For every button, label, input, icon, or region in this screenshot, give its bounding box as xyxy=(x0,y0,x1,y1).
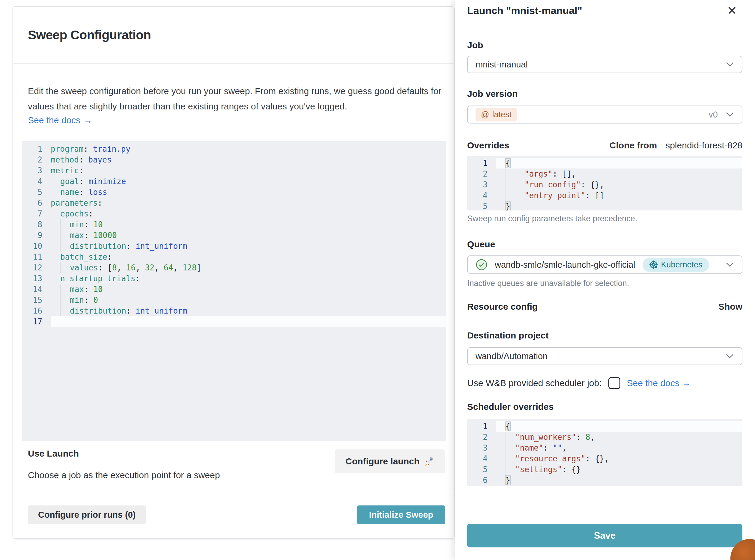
queue-note: Inactive queues are unavailable for sele… xyxy=(467,279,629,288)
page-title: Sweep Configuration xyxy=(28,28,151,42)
code-line[interactable]: 12values: [8, 16, 32, 64, 128] xyxy=(22,262,446,273)
code-line[interactable]: 5name: loss xyxy=(22,187,446,198)
line-number: 1 xyxy=(22,144,51,154)
overrides-json-editor[interactable]: 1{2"args": [],3"run_config": {},4"entry_… xyxy=(467,156,742,211)
scheduler-docs-link[interactable]: See the docs → xyxy=(627,378,691,388)
check-circle-icon xyxy=(476,259,488,271)
clone-from-run-select[interactable]: splendid-forest-828 xyxy=(665,140,742,151)
at-icon: @ xyxy=(481,110,489,119)
use-launch-title: Use Launch xyxy=(28,448,79,459)
resource-config-show-button[interactable]: Show xyxy=(718,302,742,312)
launch-drawer: Launch "mnist-manual" ✕ Job mnist-manual… xyxy=(455,0,755,560)
line-number: 2 xyxy=(22,154,51,165)
line-number: 16 xyxy=(22,305,51,316)
configure-launch-label: Configure launch xyxy=(345,456,419,466)
scheduler-overrides-label: Scheduler overrides xyxy=(467,402,554,412)
version-value: v0 xyxy=(709,110,718,120)
code-line[interactable]: 11batch_size: xyxy=(22,252,446,262)
code-line[interactable]: 17 xyxy=(22,316,446,327)
clone-from-label: Clone from xyxy=(610,140,657,151)
destination-project-value: wandb/Automation xyxy=(476,351,548,361)
job-version-select[interactable]: @latest v0 xyxy=(467,105,742,123)
code-line[interactable]: 5"settings": {} xyxy=(467,464,742,475)
code-line[interactable]: 1{ xyxy=(467,421,742,432)
line-number: 8 xyxy=(22,219,51,230)
job-select[interactable]: mnist-manual xyxy=(467,56,742,73)
code-line[interactable]: 4"entry_point": [] xyxy=(467,190,742,201)
line-number: 9 xyxy=(22,230,51,241)
code-line[interactable]: 2method: bayes xyxy=(22,154,446,165)
code-line[interactable]: 4"resource_args": {}, xyxy=(467,453,742,464)
line-number: 12 xyxy=(22,262,51,273)
line-number: 4 xyxy=(22,176,51,187)
card-header: Sweep Configuration xyxy=(13,6,454,63)
scheduler-docs-label: See the docs xyxy=(627,378,679,388)
line-number: 3 xyxy=(467,442,496,453)
latest-version-badge: @latest xyxy=(476,108,517,121)
code-line[interactable]: 16distribution: int_uniform xyxy=(22,305,446,316)
latest-badge-label: latest xyxy=(492,110,512,119)
line-number: 6 xyxy=(22,198,51,208)
code-line[interactable]: 7epochs: xyxy=(22,208,446,219)
footer-divider xyxy=(13,492,454,492)
code-line[interactable]: 2"num_workers": 8, xyxy=(467,432,742,442)
line-number: 5 xyxy=(22,187,51,198)
line-number: 17 xyxy=(22,316,51,327)
see-the-docs-label: See the docs xyxy=(28,115,80,125)
job-version-label: Job version xyxy=(467,89,518,99)
overrides-label: Overrides xyxy=(467,140,509,151)
code-line[interactable]: 15min: 0 xyxy=(22,295,446,305)
kubernetes-badge: Kubernetes xyxy=(642,258,709,272)
line-number: 2 xyxy=(467,168,496,179)
code-line[interactable]: 3metric: xyxy=(22,165,446,176)
line-number: 5 xyxy=(467,201,496,211)
configure-launch-button[interactable]: Configure launch xyxy=(335,449,445,473)
line-number: 15 xyxy=(22,295,51,305)
chevron-down-icon xyxy=(726,354,734,359)
code-line[interactable]: 1program: train.py xyxy=(22,144,446,154)
kubernetes-badge-label: Kubernetes xyxy=(661,260,702,269)
page: Sweep Configuration Edit the sweep confi… xyxy=(0,0,755,560)
code-line[interactable]: 3"run_config": {}, xyxy=(467,179,742,190)
code-line[interactable]: 8min: 10 xyxy=(22,219,446,230)
destination-project-select[interactable]: wandb/Automation xyxy=(467,347,742,365)
line-number: 1 xyxy=(467,421,496,432)
code-line[interactable]: 6} xyxy=(467,475,742,486)
sweep-description: Edit the sweep configuration before you … xyxy=(28,83,446,114)
line-number: 14 xyxy=(22,284,51,295)
scheduler-job-checkbox[interactable] xyxy=(609,377,620,389)
arrow-right-icon: → xyxy=(83,115,92,125)
code-line[interactable]: 10distribution: int_uniform xyxy=(22,241,446,252)
line-number: 3 xyxy=(467,179,496,190)
arrow-right-icon: → xyxy=(682,378,691,388)
line-number: 11 xyxy=(22,252,51,262)
queue-select[interactable]: wandb-smle/smle-launch-gke-official xyxy=(467,255,742,274)
scheduler-job-row: Use W&B provided scheduler job: See the … xyxy=(467,377,691,389)
save-button[interactable]: Save xyxy=(467,524,742,547)
scheduler-overrides-json-editor[interactable]: 1{2"num_workers": 8,3"name": "",4"resour… xyxy=(467,419,742,486)
close-icon[interactable]: ✕ xyxy=(725,4,739,17)
line-number: 7 xyxy=(22,208,51,219)
code-line[interactable]: 4goal: minimize xyxy=(22,176,446,187)
queue-value: wandb-smle/smle-launch-gke-official xyxy=(495,260,635,270)
overrides-note: Sweep run config parameters take precede… xyxy=(467,214,637,223)
initialize-sweep-button[interactable]: Initialize Sweep xyxy=(357,505,445,524)
code-line[interactable]: 14max: 10 xyxy=(22,284,446,295)
chevron-down-icon xyxy=(726,62,734,67)
code-line[interactable]: 3"name": "", xyxy=(467,442,742,453)
code-line[interactable]: 6parameters: xyxy=(22,198,446,208)
code-line[interactable]: 1{ xyxy=(467,158,742,168)
code-line[interactable]: 5} xyxy=(467,201,742,211)
job-label: Job xyxy=(467,40,483,51)
code-line[interactable]: 9max: 10000 xyxy=(22,230,446,241)
chevron-down-icon xyxy=(726,262,734,267)
line-number: 13 xyxy=(22,273,51,284)
code-line[interactable]: 13n_startup_trials: xyxy=(22,273,446,284)
configure-prior-runs-button[interactable]: Configure prior runs (0) xyxy=(28,505,146,524)
see-the-docs-link[interactable]: See the docs→ xyxy=(28,115,92,125)
sweep-yaml-editor[interactable]: 1program: train.py2method: bayes3metric:… xyxy=(22,141,446,441)
line-number: 4 xyxy=(467,453,496,464)
clone-from-row: Clone from splendid-forest-828 xyxy=(610,140,742,151)
code-line[interactable]: 2"args": [], xyxy=(467,168,742,179)
line-number: 6 xyxy=(467,475,496,486)
